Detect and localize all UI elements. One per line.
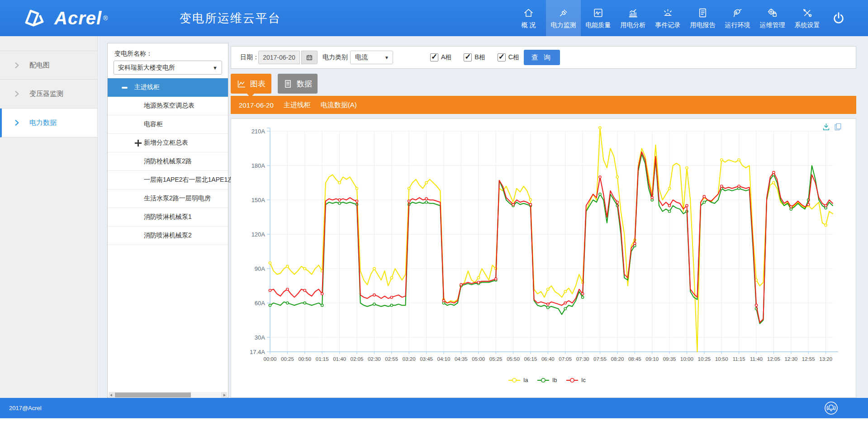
- svg-text:05:50: 05:50: [507, 356, 520, 362]
- nav-item-label: 运维管理: [760, 21, 785, 29]
- tab-chart[interactable]: 图表: [231, 74, 271, 94]
- nav-item-label: 事件记录: [655, 21, 681, 29]
- svg-text:08:20: 08:20: [611, 356, 624, 362]
- svg-text:10:25: 10:25: [697, 356, 711, 362]
- nav-item-3[interactable]: 电能质量: [581, 0, 616, 36]
- plug-icon: [558, 7, 569, 19]
- sidebar-item-2[interactable]: 变压器监测: [0, 80, 97, 109]
- device-tree-panel: 变电所名称： 安科瑞新大楼变电所 ▼ 主进线柜地源热泵空调总表电容柜新增分立柜总…: [107, 43, 228, 398]
- tree-node-label: 地源热泵空调总表: [144, 102, 194, 110]
- phase-option-C相[interactable]: ✓C相: [498, 53, 519, 61]
- svg-text:07:05: 07:05: [559, 356, 572, 362]
- tab-chart-label: 图表: [250, 79, 266, 89]
- nav-item-4[interactable]: 用电分析: [616, 0, 650, 36]
- nav-item-label: 用电报告: [690, 21, 716, 29]
- station-select[interactable]: 安科瑞新大楼变电所 ▼: [114, 61, 222, 75]
- svg-text:02:05: 02:05: [351, 356, 364, 362]
- svg-text:06:15: 06:15: [524, 356, 537, 362]
- station-select-value: 安科瑞新大楼变电所: [118, 64, 175, 72]
- collapse-minus-icon[interactable]: [122, 87, 128, 89]
- tree-node-2[interactable]: 地源热泵空调总表: [108, 97, 228, 115]
- nav-item-7[interactable]: 运行环境: [720, 0, 755, 36]
- scroll-right-arrow-icon[interactable]: [221, 392, 227, 398]
- chevron-down-icon: ▼: [213, 65, 218, 71]
- chart-panel: 17.4A30A60A90A120A150A180A210A00:0000:25…: [231, 118, 856, 398]
- nav-item-5[interactable]: 事件记录: [650, 0, 685, 36]
- svg-text:01:40: 01:40: [333, 356, 346, 362]
- phase-option-A相[interactable]: ✓A相: [430, 53, 451, 61]
- chart-legend[interactable]: IaIbIc: [508, 377, 586, 383]
- date-input[interactable]: 2017-06-20: [258, 51, 300, 64]
- station-name-label: 变电所名称：: [114, 50, 152, 58]
- nav-item-label: 电力监测: [551, 21, 576, 29]
- svg-text:10:00: 10:00: [680, 356, 693, 362]
- svg-text:07:30: 07:30: [576, 356, 589, 362]
- footer: 2017@Acrel: [0, 398, 868, 418]
- sidebar-item-1[interactable]: 配电图: [0, 51, 97, 80]
- chart-title-bar: 2017-06-20 主进线柜 电流数据(A): [231, 96, 856, 114]
- nav-item-9[interactable]: 系统设置: [790, 0, 825, 36]
- nav-item-8[interactable]: 运维管理: [755, 0, 790, 36]
- phase-checkbox-group: ✓A相✓B相✓C相: [430, 47, 531, 68]
- svg-text:12:05: 12:05: [767, 356, 780, 362]
- line-chart-icon: [237, 79, 246, 89]
- result-metric: 电流数据(A): [321, 101, 357, 109]
- tree-node-label: 生活水泵2路一层弱电房: [144, 194, 211, 203]
- tree-node-9[interactable]: 消防喷淋机械泵2: [108, 227, 228, 245]
- chevron-down-icon: ▼: [384, 55, 389, 60]
- checkbox-checked-icon[interactable]: ✓: [464, 53, 472, 61]
- tree-node-3[interactable]: 电容柜: [108, 115, 228, 134]
- tree-node-6[interactable]: 一层南1APE2右一层北1APE1左: [108, 171, 228, 189]
- svg-text:05:00: 05:00: [472, 356, 485, 362]
- tree-node-4[interactable]: 新增分立柜总表: [108, 134, 228, 152]
- date-label: 日期：: [240, 47, 259, 68]
- phase-option-B相[interactable]: ✓B相: [464, 53, 485, 61]
- svg-text:12:30: 12:30: [784, 356, 797, 362]
- svg-text:10:50: 10:50: [715, 356, 728, 362]
- notification-bell-icon[interactable]: [823, 400, 839, 416]
- calendar-button[interactable]: [301, 51, 318, 64]
- svg-text:150A: 150A: [251, 197, 266, 203]
- tree-horizontal-scrollbar[interactable]: [109, 392, 227, 398]
- logo-text: Acrel: [54, 8, 102, 28]
- app-window: Acrel® 变电所运维云平台 概 况电力监测电能质量用电分析事件记录用电报告运…: [0, 0, 868, 430]
- svg-text:11:40: 11:40: [750, 356, 763, 362]
- scroll-left-arrow-icon[interactable]: [109, 392, 114, 398]
- nav-item-label: 电能质量: [586, 21, 611, 29]
- nav-item-2[interactable]: 电力监测: [546, 0, 581, 36]
- checkbox-checked-icon[interactable]: ✓: [498, 53, 506, 61]
- svg-text:04:35: 04:35: [455, 356, 468, 362]
- svg-text:09:10: 09:10: [645, 356, 659, 362]
- data-view-icon[interactable]: [834, 123, 842, 131]
- checkbox-checked-icon[interactable]: ✓: [430, 53, 438, 61]
- svg-text:120A: 120A: [251, 231, 266, 238]
- settings-icon: [802, 7, 813, 19]
- power-type-value: 电流: [355, 53, 368, 61]
- tree-node-5[interactable]: 消防栓机械泵2路: [108, 152, 228, 171]
- query-button[interactable]: 查 询: [524, 50, 560, 65]
- svg-text:00:50: 00:50: [298, 356, 311, 362]
- expand-plus-icon[interactable]: [135, 140, 142, 146]
- nav-item-6[interactable]: 用电报告: [685, 0, 720, 36]
- svg-text:03:20: 03:20: [403, 356, 416, 362]
- result-device: 主进线柜: [284, 101, 311, 109]
- tree-node-1[interactable]: 主进线柜: [108, 78, 228, 97]
- tree-node-8[interactable]: 消防喷淋机械泵1: [108, 208, 228, 227]
- power-type-select[interactable]: 电流 ▼: [350, 51, 393, 64]
- tab-data[interactable]: 数据: [278, 74, 318, 94]
- svg-text:08:45: 08:45: [628, 356, 641, 362]
- svg-text:210A: 210A: [251, 128, 266, 135]
- svg-text:Ic: Ic: [581, 377, 586, 383]
- download-icon[interactable]: [822, 123, 830, 131]
- svg-text:180A: 180A: [251, 162, 266, 169]
- nav-item-1[interactable]: 概 况: [511, 0, 546, 36]
- power-icon[interactable]: [831, 11, 847, 26]
- scrollbar-thumb[interactable]: [115, 392, 191, 397]
- main-nav: 概 况电力监测电能质量用电分析事件记录用电报告运行环境运维管理系统设置: [511, 0, 825, 36]
- nav-item-label: 系统设置: [795, 21, 820, 29]
- device-tree: 主进线柜地源热泵空调总表电容柜新增分立柜总表消防栓机械泵2路一层南1APE2右一…: [108, 78, 228, 245]
- svg-text:60A: 60A: [255, 300, 265, 307]
- svg-text:02:55: 02:55: [385, 356, 398, 362]
- tree-node-7[interactable]: 生活水泵2路一层弱电房: [108, 189, 228, 208]
- sidebar-item-3[interactable]: 电力数据: [0, 109, 97, 137]
